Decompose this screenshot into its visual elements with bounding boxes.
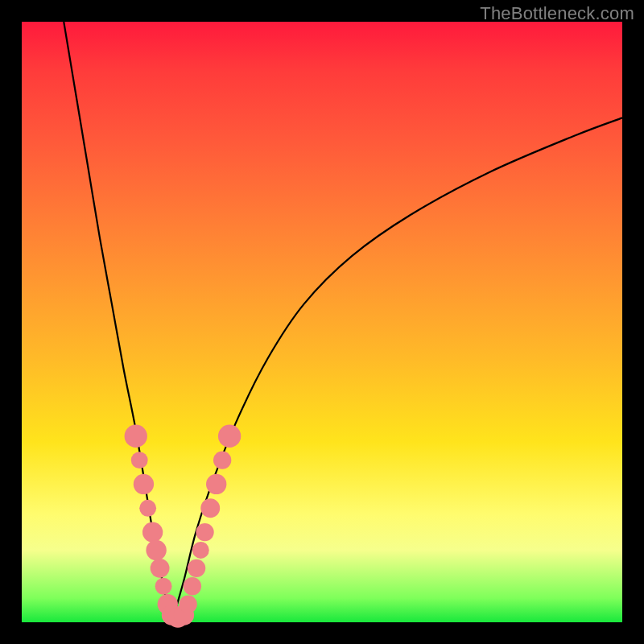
data-bead: [151, 559, 170, 578]
chart-frame: TheBottleneck.com: [0, 0, 644, 644]
data-bead: [196, 523, 213, 541]
data-bead: [179, 595, 196, 613]
right-curve: [172, 118, 623, 622]
bead-group: [125, 425, 242, 628]
data-bead: [188, 559, 205, 577]
data-bead: [146, 540, 166, 560]
data-bead: [139, 500, 156, 517]
data-bead: [142, 522, 163, 542]
chart-svg: [22, 22, 622, 622]
data-bead: [200, 498, 220, 518]
data-bead: [192, 542, 209, 559]
data-bead: [125, 425, 147, 448]
attribution-text: TheBottleneck.com: [480, 3, 634, 24]
data-bead: [155, 578, 172, 595]
data-bead: [213, 451, 231, 469]
data-bead: [218, 425, 241, 448]
data-bead: [134, 474, 154, 494]
data-bead: [131, 452, 148, 469]
data-bead: [184, 577, 201, 595]
plot-area: [22, 22, 622, 622]
data-bead: [206, 474, 226, 494]
